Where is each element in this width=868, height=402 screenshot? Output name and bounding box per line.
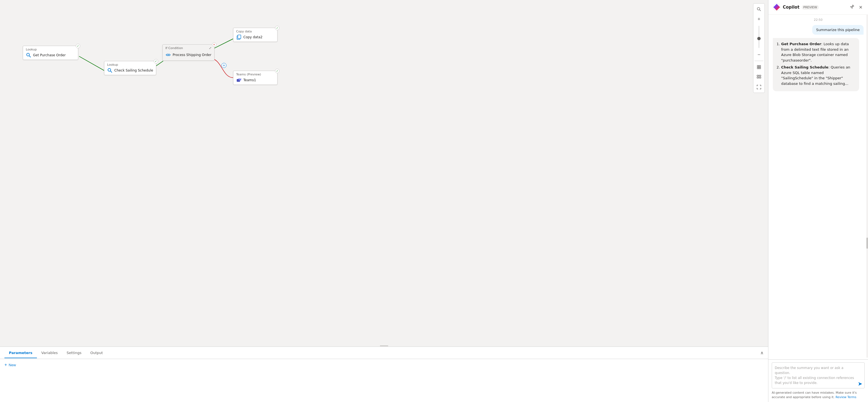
ai-item1-name: Get Purchase Order: [781, 42, 821, 46]
panel-resize-handle[interactable]: [378, 345, 390, 346]
node-check-teams: ✓: [275, 69, 279, 73]
svg-rect-14: [238, 35, 241, 38]
svg-rect-24: [757, 75, 759, 76]
tab-settings[interactable]: Settings: [62, 348, 86, 358]
search-canvas-btn[interactable]: [754, 5, 764, 13]
zoom-out-btn[interactable]: −: [754, 50, 764, 59]
node-label-teams: Teams1: [243, 78, 256, 82]
copilot-scrollbar-track: [866, 14, 868, 358]
tabs-group: Parameters Variables Settings Output: [4, 348, 107, 358]
lookup-icon-2: [107, 68, 113, 73]
node-check-lookup1: ✓: [76, 44, 80, 48]
collapse-panel-btn[interactable]: ∧: [760, 350, 764, 356]
process-icon: [165, 52, 171, 58]
svg-rect-26: [757, 77, 759, 78]
copilot-input-box[interactable]: Describe the summary you want or ask a q…: [772, 362, 865, 389]
svg-line-7: [111, 71, 112, 72]
node-label-process-shipping: Process Shipping Order: [173, 53, 212, 57]
node-label-lookup2: Check Sailing Schedule: [114, 68, 153, 72]
bottom-panel: Parameters Variables Settings Output ∧ +…: [0, 346, 768, 402]
copilot-disclaimer: AI-generated content can have mistakes. …: [772, 391, 865, 399]
svg-rect-25: [759, 75, 761, 76]
node-teams[interactable]: Teams (Preview) Teams1 ✓: [233, 71, 278, 85]
new-parameter-button[interactable]: + New: [4, 362, 16, 367]
copilot-close-btn[interactable]: ✕: [858, 4, 864, 11]
review-terms-link[interactable]: Review Terms: [836, 395, 856, 399]
node-header-lookup2: Lookup: [107, 63, 153, 67]
ai-response-item-1: Get Purchase Order: Looks up data from a…: [781, 41, 855, 63]
svg-rect-23: [759, 67, 761, 69]
node-label-copy: Copy data2: [243, 35, 262, 39]
bottom-content: + New: [0, 359, 768, 402]
ai-item2-name: Check Sailing Schedule: [781, 65, 828, 69]
svg-line-5: [29, 56, 31, 57]
fullscreen-btn[interactable]: [754, 82, 764, 92]
canvas-toolbar: + −: [753, 3, 765, 93]
if-condition-label: If Condition: [165, 46, 183, 50]
zoom-in-label: +: [757, 16, 761, 22]
svg-line-19: [760, 10, 761, 11]
node-header-teams: Teams (Preview): [236, 73, 274, 76]
fit-view-btn[interactable]: [754, 63, 764, 71]
copilot-title-text: Copilot: [783, 5, 800, 10]
copilot-title-group: Copilot PREVIEW: [773, 3, 819, 11]
svg-rect-20: [757, 65, 759, 67]
zoom-slider-container: [754, 25, 764, 49]
node-x-process: ✕: [212, 42, 216, 47]
tab-parameters[interactable]: Parameters: [4, 348, 37, 358]
bottom-tabs: Parameters Variables Settings Output ∧: [0, 347, 768, 359]
copilot-header: Copilot PREVIEW ✕: [768, 0, 868, 15]
lookup-icon: [26, 53, 31, 58]
node-label-lookup1: Get Purchase Order: [33, 53, 66, 57]
svg-point-9: [168, 54, 170, 56]
svg-point-17: [240, 78, 241, 79]
message-timestamp: 22:50: [773, 18, 864, 22]
connections-svg: [0, 0, 768, 346]
copilot-input-area: Describe the summary you want or ask a q…: [768, 359, 868, 402]
svg-rect-22: [757, 67, 759, 69]
copilot-panel: Copilot PREVIEW ✕ 22:50 Summarize this p…: [768, 0, 868, 402]
toolbar-divider-1: [754, 61, 764, 61]
copilot-pin-btn[interactable]: [849, 3, 856, 11]
add-button-between[interactable]: +: [221, 63, 226, 68]
ai-message: Get Purchase Order: Looks up data from a…: [773, 38, 859, 91]
node-get-purchase-order[interactable]: Lookup Get Purchase Order ✓: [23, 46, 78, 60]
svg-rect-21: [759, 65, 761, 67]
copilot-header-actions: ✕: [849, 3, 864, 11]
main-area: Lookup Get Purchase Order ✓ Lookup: [0, 0, 768, 402]
node-copy-data[interactable]: Copy data Copy data2 ✓: [233, 28, 278, 42]
canvas-area: Lookup Get Purchase Order ✓ Lookup: [0, 0, 768, 346]
copilot-send-btn[interactable]: ➤: [858, 380, 863, 387]
copilot-scrollbar-thumb: [866, 238, 868, 249]
ai-response-item-2: Check Sailing Schedule: Queries an Azure…: [781, 65, 855, 86]
copilot-preview-badge: PREVIEW: [802, 5, 819, 10]
node-check-copy: ✓: [275, 26, 279, 30]
node-header-copy: Copy data: [236, 30, 274, 33]
tab-variables[interactable]: Variables: [37, 348, 62, 358]
new-button-label: New: [9, 363, 16, 367]
user-message: Summarize this pipeline: [812, 25, 864, 35]
node-header-lookup1: Lookup: [26, 48, 75, 51]
svg-line-0: [79, 56, 105, 71]
tab-output[interactable]: Output: [86, 348, 107, 358]
arrange-btn[interactable]: [754, 73, 764, 81]
node-check-sailing-schedule[interactable]: Lookup Check Sailing Schedule ✓: [104, 61, 156, 75]
copilot-logo: [773, 3, 781, 11]
teams-icon: [236, 77, 242, 83]
zoom-in-btn[interactable]: +: [754, 15, 764, 24]
new-plus-icon: +: [4, 362, 7, 367]
node-check-lookup2: ✓: [154, 59, 158, 64]
expand-icon[interactable]: ⤢: [209, 46, 212, 50]
node-if-condition[interactable]: If Condition ⤢ Process Shipping Order ✕: [162, 44, 215, 61]
svg-point-8: [166, 54, 168, 56]
zoom-out-label: −: [757, 52, 761, 58]
svg-rect-27: [759, 77, 761, 78]
copilot-messages: 22:50 Summarize this pipeline Get Purcha…: [768, 15, 868, 359]
copilot-input-placeholder: Describe the summary you want or ask a q…: [775, 366, 854, 385]
copy-icon: [236, 34, 242, 40]
